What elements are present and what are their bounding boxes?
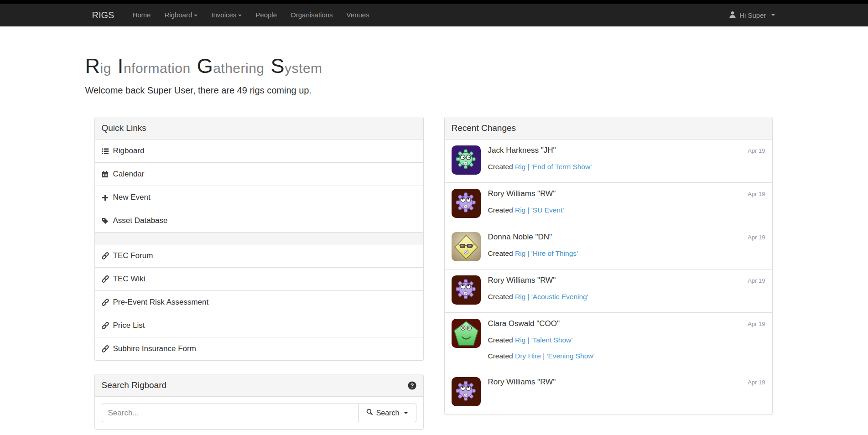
change-action: Created Rig | 'End of Term Show' [488,163,765,171]
quick-links-heading: Quick Links [95,117,423,140]
title-word-capital: S [271,54,285,78]
person-name: Donna Noble "DN" [488,233,552,242]
nav-item-people: People [249,4,284,26]
quick-link-label: Calendar [113,170,145,179]
title-word-rest: ig [100,61,111,76]
chevron-down-icon [238,15,242,16]
title-word: System [271,60,322,76]
nav-link-venues[interactable]: Venues [340,4,376,26]
change-action: Created Rig | 'Talent Show' [488,336,765,344]
top-strip [0,0,868,4]
quick-link-label: Rigboard [113,146,145,155]
link-icon [102,275,109,283]
title-word-capital: I [118,54,124,78]
link-icon [102,252,109,259]
nav-link-label: Rigboard [164,11,192,19]
nav-link-label: Venues [347,11,369,19]
nav-link-label: Home [132,11,151,19]
title-word: Rig [85,60,111,76]
action-prefix: Created [488,293,513,300]
title-word-rest: nformation [124,61,191,76]
brand-rigs[interactable]: RIGS [85,4,121,26]
calendar-icon [102,171,109,178]
quick-link-calendar[interactable]: Calendar [95,163,423,186]
quick-link-price-list[interactable]: Price List [95,314,423,337]
quick-link-tec-wiki[interactable]: TEC Wiki [95,268,423,291]
change-link[interactable]: Dry Hire | 'Evening Show' [515,352,594,360]
change-action: Created Rig | 'SU Event' [488,206,765,214]
navbar: RIGS HomeRigboardInvoicesPeopleOrganisat… [0,4,868,26]
quick-link-rigboard[interactable]: Rigboard [95,140,423,163]
chevron-down-icon [194,15,198,16]
quick-link-new-event[interactable]: New Event [95,186,423,209]
quick-link-label: New Event [113,193,151,202]
quick-links-list: RigboardCalendarNew EventAsset DatabaseT… [95,140,423,360]
nav-link-rigboard[interactable]: Rigboard [157,4,204,26]
change-link[interactable]: Rig | 'End of Term Show' [515,163,592,171]
search-rigboard-title: Search Rigboard [102,380,167,390]
recent-changes-heading: Recent Changes [445,117,772,140]
link-icon [102,345,109,352]
recent-change-item: Jack Harkness "JH"Apr 19Created Rig | 'E… [445,140,772,183]
change-date: Apr 19 [748,234,765,241]
title-word-capital: G [197,54,213,78]
nav-item-invoices: Invoices [204,4,249,26]
nav-link-label: Invoices [211,11,236,19]
search-input[interactable] [102,404,358,422]
recent-change-item: Rory Williams "RW"Apr 19 [445,371,772,414]
avatar-purple-gear-on-maroon [452,377,481,406]
nav-link-people[interactable]: People [249,4,284,26]
avatar-green-gear-on-purple [452,145,481,175]
recent-change-item: Rory Williams "RW"Apr 19Created Rig | 'A… [445,269,772,313]
recent-changes-list: Jack Harkness "JH"Apr 19Created Rig | 'E… [445,140,772,414]
nav-link-organisations[interactable]: Organisations [284,4,340,26]
search-rigboard-panel: Search Rigboard ? Search [94,374,424,430]
action-prefix: Created [488,336,513,344]
change-action: Created Rig | 'Acoustic Evening' [488,293,765,301]
list-icon [102,148,109,155]
quick-link-label: Subhire Insurance Form [113,344,196,353]
recent-change-item: Clara Oswald "COO"Apr 19Created Rig | 'T… [445,313,772,371]
change-action: Created Rig | 'Hire of Things' [488,249,765,258]
chevron-down-icon [771,14,775,16]
title-word-rest: athering [213,61,264,76]
recent-changes-panel: Recent Changes Jack Harkness "JH"Apr 19C… [444,117,773,415]
person-name: Rory Williams "RW" [488,276,556,285]
chevron-down-icon [404,412,408,414]
svg-text:?: ? [410,382,414,388]
quick-links-title: Quick Links [102,123,146,133]
search-button[interactable]: Search [358,404,416,422]
quick-link-subhire-insurance-form[interactable]: Subhire Insurance Form [95,337,423,360]
tag-icon [102,218,109,224]
change-link[interactable]: Rig | 'Talent Show' [515,336,572,344]
change-action: Created Dry Hire | 'Evening Show' [488,352,765,360]
quick-link-label: Asset Database [113,216,168,225]
change-link[interactable]: Rig | 'SU Event' [515,206,564,214]
link-icon [102,322,109,329]
user-menu[interactable]: Hi Super [729,11,783,20]
nav-item-organisations: Organisations [284,4,340,26]
recent-changes-title: Recent Changes [452,123,516,133]
avatar-yellow-diamond-on-tan [452,232,481,261]
quick-link-tec-forum[interactable]: TEC Forum [95,244,423,268]
change-link[interactable]: Rig | 'Hire of Things' [515,249,578,257]
nav-item-venues: Venues [340,4,376,26]
quick-link-label: TEC Wiki [113,274,146,284]
avatar-green-pentagon-on-maroon [452,319,481,348]
change-link[interactable]: Rig | 'Acoustic Evening' [515,293,588,300]
question-circle-icon[interactable]: ? [408,381,416,390]
avatar-purple-gear-on-maroon [452,189,481,218]
change-date: Apr 19 [748,191,765,197]
nav-link-invoices[interactable]: Invoices [204,4,249,26]
change-date: Apr 19 [748,277,765,284]
welcome-text: Welcome back Super User, there are 49 ri… [85,85,783,96]
quick-link-asset-database[interactable]: Asset Database [95,209,423,233]
user-icon [729,11,736,20]
quick-links-panel: Quick Links RigboardCalendarNew EventAss… [94,117,424,361]
action-prefix: Created [488,249,513,257]
search-button-label: Search [376,409,400,417]
quick-link-pre-event-risk-assessment[interactable]: Pre-Event Risk Assessment [95,291,423,314]
change-date: Apr 19 [748,147,765,154]
quick-link-label: TEC Forum [113,251,153,260]
nav-link-home[interactable]: Home [125,4,157,26]
